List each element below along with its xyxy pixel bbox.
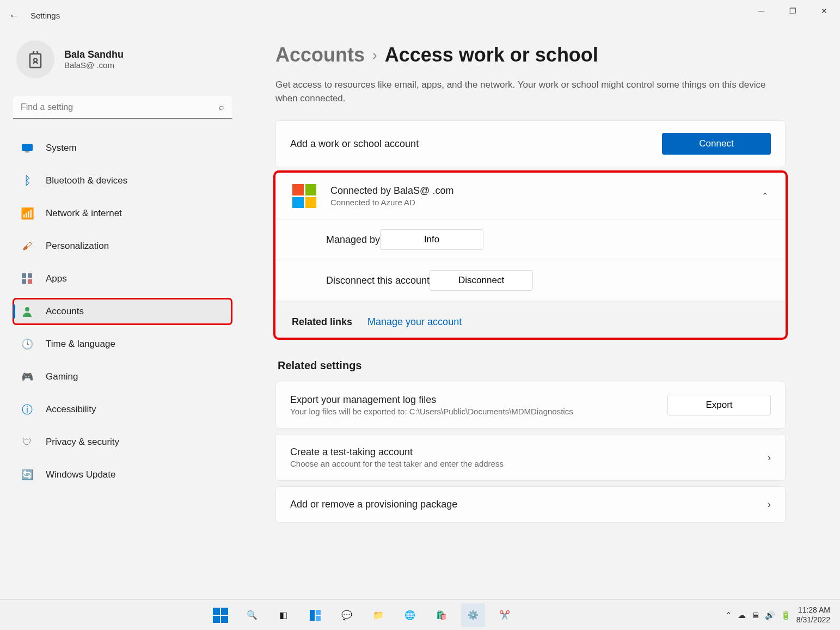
search-box[interactable]: ⌕ [13, 96, 232, 119]
battery-icon[interactable]: 🔋 [781, 610, 791, 620]
onedrive-icon[interactable]: ☁ [738, 610, 746, 620]
tray-overflow-icon[interactable]: ⌃ [725, 610, 732, 620]
sidebar-item-windows-update[interactable]: 🔄Windows Update [13, 462, 232, 488]
svg-rect-4 [22, 273, 26, 278]
sidebar-item-system[interactable]: System [13, 135, 232, 161]
wifi-icon: 📶 [21, 207, 34, 220]
sidebar-item-accounts[interactable]: Accounts [13, 298, 232, 325]
profile-name: Bala Sandhu [64, 49, 124, 60]
speaker-icon[interactable]: 🔊 [765, 610, 775, 620]
gamepad-icon: 🎮 [21, 370, 34, 383]
svg-rect-0 [30, 54, 41, 68]
taskbar: 🔍 ◧ 💬 📁 🌐 🛍️ ⚙️ ✂️ ⌃ ☁ 🖥 🔊 🔋 11:28 AM 8/… [0, 600, 840, 630]
export-button[interactable]: Export [667, 395, 771, 415]
breadcrumb-current: Access work or school [385, 44, 598, 66]
manage-account-link[interactable]: Manage your account [367, 316, 462, 328]
breadcrumb: Accounts › Access work or school [275, 44, 786, 66]
app-title: Settings [30, 11, 60, 20]
minimize-button[interactable]: ─ [745, 0, 777, 22]
network-icon[interactable]: 🖥 [751, 610, 759, 620]
brush-icon: 🖌 [21, 240, 34, 253]
chevron-up-icon: ⌃ [762, 191, 769, 201]
sidebar-nav: SystemᛒBluetooth & devices📶Network & int… [13, 135, 232, 488]
setting-title: Export your management log files [290, 394, 667, 406]
search-icon: ⌕ [219, 102, 224, 112]
maximize-button[interactable]: ❐ [777, 0, 808, 22]
sidebar-item-label: Privacy & security [46, 437, 119, 448]
sidebar-item-bluetooth-devices[interactable]: ᛒBluetooth & devices [13, 168, 232, 194]
svg-point-1 [34, 58, 37, 62]
clock-icon: 🕓 [21, 338, 34, 351]
sidebar-item-accessibility[interactable]: ⓘAccessibility [13, 396, 232, 423]
taskbar-search-icon[interactable]: 🔍 [240, 603, 264, 627]
related-links-label: Related links [292, 316, 352, 328]
edge-icon[interactable]: 🌐 [398, 603, 422, 627]
file-explorer-icon[interactable]: 📁 [366, 603, 390, 627]
account-header[interactable]: Connected by BalaS@ .com Connected to Az… [276, 173, 785, 219]
svg-rect-9 [310, 610, 315, 621]
svg-rect-6 [22, 279, 26, 284]
chevron-right-icon: › [372, 47, 377, 64]
info-button[interactable]: Info [380, 229, 483, 250]
svg-rect-5 [28, 273, 32, 278]
connected-account-card: Connected by BalaS@ .com Connected to Az… [275, 173, 786, 338]
task-view-icon[interactable]: ◧ [272, 603, 296, 627]
svg-rect-7 [28, 279, 32, 284]
sidebar-item-label: Gaming [46, 371, 78, 382]
monitor-icon [21, 142, 34, 155]
sidebar-item-label: Network & internet [46, 208, 122, 219]
disconnect-label: Disconnect this account [326, 275, 430, 286]
breadcrumb-parent[interactable]: Accounts [275, 44, 365, 66]
sidebar-item-network-internet[interactable]: 📶Network & internet [13, 200, 232, 227]
taskbar-clock[interactable]: 11:28 AM 8/31/2022 [796, 605, 830, 625]
setting-title: Add or remove a provisioning package [290, 499, 768, 510]
snipping-tool-icon[interactable]: ✂️ [493, 603, 517, 627]
svg-point-8 [25, 307, 29, 311]
teams-icon[interactable]: 💬 [335, 603, 359, 627]
sidebar-item-label: Accounts [46, 306, 84, 317]
sidebar-item-label: Personalization [46, 241, 109, 252]
sidebar-item-label: Bluetooth & devices [46, 175, 127, 186]
shield-icon: 🛡 [21, 436, 34, 449]
setting-card[interactable]: Create a test-taking accountChoose an ac… [275, 434, 786, 481]
start-button[interactable] [209, 603, 232, 627]
sidebar-item-gaming[interactable]: 🎮Gaming [13, 364, 232, 390]
sidebar-item-privacy-security[interactable]: 🛡Privacy & security [13, 429, 232, 455]
sidebar-item-label: System [46, 143, 77, 154]
page-description: Get access to resources like email, apps… [275, 78, 786, 105]
connect-button[interactable]: Connect [662, 133, 771, 155]
connected-to: Connected to Azure AD [330, 198, 453, 207]
back-button[interactable]: ← [9, 9, 30, 22]
connected-by: Connected by BalaS@ .com [330, 185, 453, 197]
related-links-row: Related links Manage your account [275, 307, 786, 338]
sidebar-item-personalization[interactable]: 🖌Personalization [13, 233, 232, 259]
svg-rect-11 [316, 616, 321, 621]
apps-icon [21, 272, 34, 285]
settings-icon[interactable]: ⚙️ [461, 603, 485, 627]
sidebar-item-label: Apps [46, 273, 67, 284]
setting-title: Create a test-taking account [290, 446, 768, 458]
add-account-card: Add a work or school account Connect [275, 120, 786, 167]
update-icon: 🔄 [21, 468, 34, 481]
svg-rect-10 [316, 610, 321, 615]
add-account-label: Add a work or school account [290, 138, 662, 150]
related-settings-title: Related settings [278, 359, 786, 372]
setting-card: Export your management log filesYour log… [275, 382, 786, 429]
store-icon[interactable]: 🛍️ [430, 603, 453, 627]
setting-subtitle: Choose an account for the test taker and… [290, 459, 768, 468]
disconnect-button[interactable]: Disconnect [430, 270, 533, 291]
sidebar-item-label: Windows Update [46, 469, 116, 480]
search-input[interactable] [13, 96, 232, 119]
close-button[interactable]: ✕ [808, 0, 840, 22]
sidebar-item-apps[interactable]: Apps [13, 266, 232, 292]
profile-block[interactable]: Bala Sandhu BalaS@ .com [16, 40, 232, 78]
chevron-right-icon: › [768, 452, 771, 463]
sidebar-item-time-language[interactable]: 🕓Time & language [13, 331, 232, 357]
chevron-right-icon: › [768, 499, 771, 510]
setting-card[interactable]: Add or remove a provisioning package› [275, 486, 786, 523]
managed-by-label: Managed by [326, 234, 380, 246]
svg-rect-2 [22, 144, 33, 151]
system-tray[interactable]: ⌃ ☁ 🖥 🔊 🔋 [725, 610, 791, 620]
widgets-icon[interactable] [303, 603, 327, 627]
avatar [16, 40, 54, 78]
